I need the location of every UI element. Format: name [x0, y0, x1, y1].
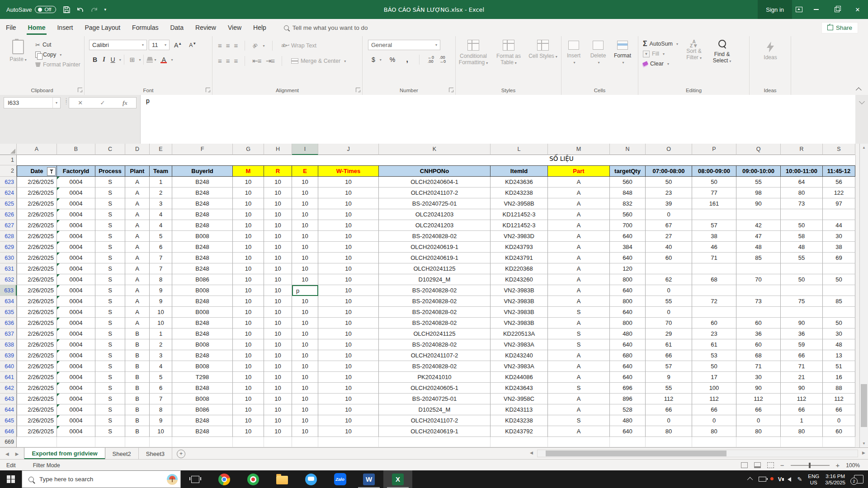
grid-cell[interactable]: 640 — [610, 339, 646, 350]
grid-cell[interactable]: 2/26/2025 — [17, 350, 57, 361]
grid-cell[interactable]: B008 — [172, 307, 233, 318]
grid-cell[interactable]: 66 — [692, 404, 736, 415]
grid-cell[interactable]: 77 — [692, 188, 736, 198]
grid-cell[interactable]: S — [95, 404, 125, 415]
grid-cell[interactable]: 112 — [692, 394, 736, 404]
column-header-K[interactable]: K — [379, 144, 491, 155]
grid-cell[interactable]: 71 — [781, 361, 823, 372]
confirm-entry-icon[interactable]: ✓ — [91, 99, 113, 106]
grid-cell[interactable]: B — [125, 415, 150, 426]
grid-cell[interactable]: 10 — [233, 318, 264, 328]
grid-cell[interactable]: 55 — [646, 383, 692, 394]
vertical-scrollbar[interactable]: ▲ ▼ — [859, 144, 868, 447]
grid-cell[interactable]: 10 — [150, 307, 172, 318]
grid-cell[interactable]: A — [548, 404, 610, 415]
grid-cell[interactable]: 10 — [233, 307, 264, 318]
format-cells-button[interactable]: Format▾ — [610, 36, 635, 95]
formula-bar-drag-handle[interactable]: ⋮⋮ — [64, 99, 69, 103]
grid-cell[interactable]: 2/26/2025 — [17, 307, 57, 318]
grid-cell[interactable]: 10 — [233, 404, 264, 415]
grid-cell[interactable]: D102924_M — [379, 274, 491, 285]
grid-cell[interactable]: A — [548, 209, 610, 220]
select-all-corner[interactable] — [0, 144, 17, 155]
borders-icon[interactable]: ⊞ — [127, 56, 138, 63]
grid-cell[interactable]: S — [95, 188, 125, 198]
row-header-636[interactable]: 636 — [0, 318, 17, 328]
grid-cell[interactable]: 57 — [692, 220, 736, 231]
grid-cell[interactable]: S — [95, 231, 125, 242]
grid-cell[interactable]: 10 — [264, 263, 292, 274]
grid-cell[interactable]: S — [95, 415, 125, 426]
row-header-633[interactable]: 633 — [0, 285, 17, 296]
grid-cell[interactable]: A — [548, 188, 610, 198]
grid-cell[interactable]: KD220368 — [491, 263, 548, 274]
grid-cell[interactable]: S — [95, 285, 125, 296]
grid-cell[interactable]: B248 — [172, 328, 233, 339]
grid-cell[interactable]: 6 — [150, 242, 172, 253]
table-header-date[interactable]: Date — [17, 165, 57, 177]
scroll-right-icon[interactable]: ▶ — [862, 450, 865, 455]
sheet-nav-left-icon[interactable]: ◀ — [5, 451, 9, 456]
grid-cell[interactable]: BS-20240828-02 — [379, 318, 491, 328]
grid-cell[interactable]: 38 — [692, 231, 736, 242]
column-header-F[interactable]: F — [172, 144, 233, 155]
row-header-640[interactable]: 640 — [0, 361, 17, 372]
grid-cell[interactable]: 48 — [781, 242, 823, 253]
grid-cell[interactable]: 0004 — [57, 253, 95, 263]
grid-cell[interactable]: 10 — [292, 220, 318, 231]
grid-cell[interactable]: S — [95, 296, 125, 307]
grid-cell[interactable]: B248 — [172, 415, 233, 426]
grid-cell[interactable]: B086 — [172, 274, 233, 285]
sheet-nav-right-icon[interactable]: ▶ — [15, 451, 19, 456]
grid-cell[interactable]: 10 — [233, 188, 264, 198]
grid-cell[interactable]: 70 — [736, 274, 781, 285]
row-header-625[interactable]: 625 — [0, 198, 17, 209]
table-header-10-00-11-00[interactable]: 10:00-11:00 — [781, 165, 823, 177]
grid-cell[interactable]: 2 — [150, 188, 172, 198]
grid-cell[interactable]: 848 — [610, 188, 646, 198]
share-button[interactable]: Share — [821, 22, 858, 33]
grid-cell[interactable]: B248 — [172, 198, 233, 209]
grid-cell[interactable]: 17 — [692, 372, 736, 383]
grid-cell[interactable]: 528 — [610, 404, 646, 415]
grid-cell[interactable]: 100 — [692, 383, 736, 394]
grid-cell[interactable]: B086 — [172, 404, 233, 415]
grid-cell[interactable]: 10 — [150, 426, 172, 437]
grid-cell[interactable]: A — [125, 318, 150, 328]
grid-cell[interactable]: 10 — [264, 415, 292, 426]
delete-cells-button[interactable]: Delete▾ — [586, 36, 610, 95]
row-header-630[interactable]: 630 — [0, 253, 17, 263]
normal-view-icon[interactable] — [741, 462, 748, 468]
grid-cell[interactable]: 10 — [318, 328, 379, 339]
table-header-r[interactable]: R — [264, 165, 292, 177]
grid-cell[interactable]: B248 — [172, 242, 233, 253]
grid-cell[interactable]: 10 — [233, 263, 264, 274]
grid-cell[interactable]: 10 — [233, 372, 264, 383]
grid-cell[interactable]: A — [548, 394, 610, 404]
grid-cell[interactable]: 2 — [150, 339, 172, 350]
speaker-icon[interactable] — [788, 477, 791, 482]
grid-cell[interactable]: OLCH20240605-1 — [379, 383, 491, 394]
grid-cell[interactable] — [823, 209, 855, 220]
font-dialog-launcher-icon[interactable] — [206, 88, 210, 92]
paste-button[interactable]: Paste▾ — [5, 40, 32, 62]
grid-cell[interactable]: 10 — [318, 415, 379, 426]
grid-cell[interactable] — [692, 307, 736, 318]
grid-cell[interactable]: 10 — [292, 307, 318, 318]
table-header-buyerid[interactable]: BuyerId — [172, 165, 233, 177]
grid-cell[interactable]: A — [125, 285, 150, 296]
grid-cell[interactable] — [781, 307, 823, 318]
grid-cell[interactable]: 0004 — [57, 426, 95, 437]
grid-cell[interactable]: B — [125, 404, 150, 415]
grid-cell[interactable]: 640 — [610, 253, 646, 263]
grid-cell[interactable]: B008 — [172, 285, 233, 296]
grid-cell[interactable]: 10 — [264, 426, 292, 437]
tell-me-search[interactable]: Tell me what you want to do — [284, 24, 368, 31]
grid-cell[interactable]: BS-20240828-02 — [379, 231, 491, 242]
cut-button[interactable]: ✂Cut — [33, 40, 82, 50]
grid-cell[interactable]: S — [95, 209, 125, 220]
grid-cell[interactable]: 10 — [292, 426, 318, 437]
grid-cell[interactable]: 680 — [610, 350, 646, 361]
grid-cell[interactable]: VN2-3958B — [491, 198, 548, 209]
grid-cell[interactable]: 0004 — [57, 383, 95, 394]
